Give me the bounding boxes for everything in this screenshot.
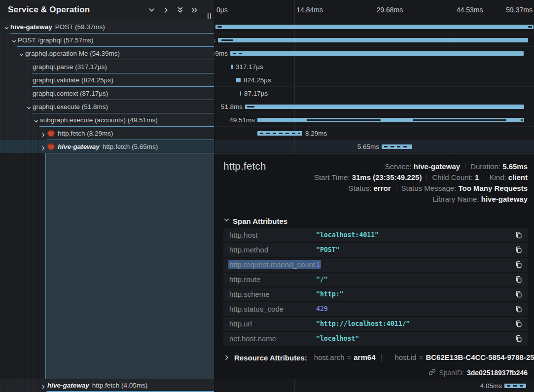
overview-line: Library Name: hive-gateway xyxy=(314,194,528,205)
timeline-row[interactable]: 5.65ms xyxy=(214,140,534,153)
copy-icon[interactable] xyxy=(515,305,523,313)
span-overview: Service: hive-gatewayDuration: 5.65msSta… xyxy=(314,161,528,205)
selected-span-subtree-background xyxy=(45,153,214,379)
chevron-down-icon[interactable] xyxy=(34,117,40,123)
span-label: hive-gatewayPOST (59.37ms) xyxy=(10,23,105,31)
timeline-row[interactable]: 49.51ms xyxy=(214,113,534,127)
overview-value: 1 xyxy=(475,173,479,181)
bottom-row-divider xyxy=(46,391,214,392)
span-bar[interactable] xyxy=(231,65,233,69)
span-tree-row[interactable]: POST /graphql (57.57ms) xyxy=(0,34,214,47)
attribute-row: http.method"POST" xyxy=(223,243,528,257)
attribute-row: http.url"http://localhost:4011/" xyxy=(223,317,528,331)
span-details-panel: http.fetch Service: hive-gatewayDuration… xyxy=(214,153,534,379)
overview-label: Start Time: xyxy=(314,173,352,181)
attribute-row: http.request.resend_count1 xyxy=(223,258,528,272)
overview-value: error xyxy=(373,184,391,192)
timeline-panel: 0µs14.84ms29.68ms44.53ms59.37ms 57.57ms5… xyxy=(214,0,534,392)
chevron-right-icon[interactable] xyxy=(41,144,47,149)
span-bar[interactable] xyxy=(257,118,524,122)
timeline-row[interactable]: 824.25µs xyxy=(214,73,534,87)
span-bar[interactable] xyxy=(382,144,412,149)
span-tree-row[interactable]: graphql.context (87.17µs) xyxy=(0,87,214,100)
span-bar[interactable] xyxy=(240,91,241,96)
span-tree-row[interactable]: graphql.execute (51.8ms) xyxy=(0,100,214,113)
span-tree-row[interactable]: hive-gatewayhttp.fetch (4.05ms) xyxy=(0,379,214,392)
copy-icon[interactable] xyxy=(515,276,523,284)
chevron-down-icon[interactable] xyxy=(148,6,155,14)
attribute-value: "localhost:4011" xyxy=(316,231,379,239)
timeline-row[interactable]: 57.57ms xyxy=(214,34,534,47)
overview-value: 31ms (23:35:49.225) xyxy=(352,173,422,181)
timeline-bottom-row: 4.05ms xyxy=(214,379,534,392)
timeline-row[interactable]: 87.17µs xyxy=(214,87,534,100)
overview-label: Duration: xyxy=(470,162,502,171)
span-bar[interactable] xyxy=(218,38,528,42)
chevron-down-icon xyxy=(223,216,230,225)
span-tree-row[interactable]: hive-gatewayhttp.fetch (5.65ms) xyxy=(0,140,214,153)
span-tree-row[interactable]: graphql.validate (824.25µs) xyxy=(0,73,214,87)
copy-icon[interactable] xyxy=(515,231,523,239)
double-chevron-right-icon[interactable] xyxy=(191,6,198,14)
overview-value: hive-gateway xyxy=(481,195,528,203)
panel-resize-handle-icon[interactable] xyxy=(208,13,211,19)
span-bar[interactable] xyxy=(215,25,534,29)
resource-value: BC62E13B-C4CC-5854-9788-2568… xyxy=(426,353,534,361)
attribute-key: http.url xyxy=(229,320,252,328)
span-bar[interactable] xyxy=(504,384,526,388)
tree-header: Service & Operation xyxy=(0,0,214,20)
overview-value: 5.65ms xyxy=(502,162,528,171)
overview-value: client xyxy=(508,173,528,181)
timeline-row[interactable]: 54.39ms xyxy=(214,47,534,60)
copy-icon[interactable] xyxy=(515,290,523,298)
attribute-value: "POST" xyxy=(316,246,340,253)
double-chevron-down-icon[interactable] xyxy=(177,6,184,14)
chevron-right-icon[interactable] xyxy=(41,383,47,388)
span-tree-row[interactable]: http.fetch (8.29ms) xyxy=(0,127,214,140)
overview-line: Service: hive-gatewayDuration: 5.65ms xyxy=(314,161,528,172)
span-label: graphql.validate (824.25µs) xyxy=(33,76,113,84)
attribute-row: http.scheme"http:" xyxy=(223,287,528,301)
timeline-row[interactable]: 51.8ms xyxy=(214,100,534,113)
timeline-row[interactable] xyxy=(214,20,534,34)
span-bar[interactable] xyxy=(245,105,524,109)
attribute-value: 429 xyxy=(316,305,328,313)
span-tree-row[interactable]: graphql.parse (317.17µs) xyxy=(0,60,214,73)
chevron-down-icon[interactable] xyxy=(19,51,25,56)
timeline-row[interactable]: 317.17µs xyxy=(214,60,534,73)
span-duration-label: 54.39ms xyxy=(214,50,228,57)
span-duration-label: 57.57ms xyxy=(214,36,215,44)
span-bar[interactable] xyxy=(257,131,302,136)
copy-icon[interactable] xyxy=(515,335,523,343)
attribute-key: http.scheme xyxy=(229,290,270,298)
span-label: graphql.execute (51.8ms) xyxy=(33,103,108,110)
attribute-key: net.host.name xyxy=(229,334,276,343)
chevron-down-icon[interactable] xyxy=(4,24,10,30)
trace-viewer: Service & Operation hive-gatewayPOST (59… xyxy=(0,0,534,392)
overview-value: Too Many Requests xyxy=(458,184,528,192)
copy-icon[interactable] xyxy=(515,261,523,269)
link-icon[interactable] xyxy=(428,368,436,378)
copy-icon[interactable] xyxy=(515,320,523,328)
overview-label: Status: xyxy=(349,184,374,192)
overview-label: Child Count: xyxy=(432,173,475,181)
span-label: graphql.parse (317.17µs) xyxy=(33,63,107,71)
timeline-row[interactable]: 8.29ms xyxy=(214,127,534,140)
resource-attributes-title[interactable]: Resource Attributes: xyxy=(234,354,307,362)
service-name: hive-gateway xyxy=(47,382,89,389)
copy-icon[interactable] xyxy=(515,246,523,254)
span-tree-row[interactable]: subgraph.execute (accounts) (49.51ms) xyxy=(0,113,214,127)
chevron-right-icon[interactable] xyxy=(223,354,230,361)
resource-key: host.id xyxy=(394,353,416,361)
span-tree-row[interactable]: hive-gatewayPOST (59.37ms) xyxy=(0,20,214,34)
chevron-down-icon[interactable] xyxy=(11,37,18,43)
span-bar[interactable] xyxy=(230,51,524,56)
span-label: graphql.context (87.17µs) xyxy=(33,90,108,97)
span-tree-row[interactable]: graphql.operation Me (54.39ms) xyxy=(0,47,214,60)
span-attributes-header[interactable]: Span Attributes xyxy=(223,216,287,225)
chevron-down-icon[interactable] xyxy=(26,104,33,109)
chevron-right-icon[interactable] xyxy=(41,131,47,136)
span-bar[interactable] xyxy=(236,78,241,82)
attribute-row: http.route"/" xyxy=(223,273,528,286)
chevron-right-icon[interactable] xyxy=(162,6,170,14)
